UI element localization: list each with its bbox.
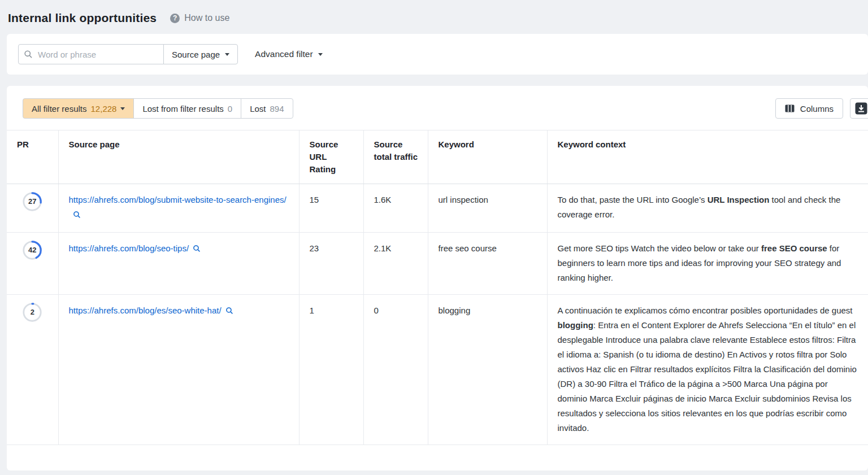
keyword-value: free seo course: [439, 243, 497, 253]
page-rating-badge: 42: [21, 239, 43, 261]
page-title: Internal link opportunities: [8, 11, 157, 25]
how-to-use-link[interactable]: ? How to use: [170, 13, 229, 23]
tab-count: 12,228: [91, 104, 117, 114]
keyword-context-text: To do that, paste the URL into Google’s …: [558, 193, 860, 222]
page-rating-badge: 27: [21, 191, 43, 212]
keyword-context-text: Get more SEO tips Watch the video below …: [558, 241, 860, 285]
tab-lost[interactable]: Lost 894: [241, 98, 293, 119]
page-rating-value: 2: [21, 302, 43, 323]
page-rating-value: 42: [21, 239, 43, 261]
columns-button[interactable]: Columns: [775, 98, 843, 119]
page-rating-value: 27: [21, 191, 43, 212]
filter-results-tabs: All filter results 12,228 Lost from filt…: [23, 98, 293, 119]
advanced-filter-label: Advanced filter: [255, 49, 313, 59]
results-panel: All filter results 12,228 Lost from filt…: [7, 86, 868, 470]
results-toolbar: All filter results 12,228 Lost from filt…: [7, 98, 868, 130]
chevron-down-icon: [225, 53, 229, 56]
col-header-keyword: Keyword: [428, 130, 547, 184]
question-icon: ?: [170, 14, 180, 23]
columns-label: Columns: [800, 104, 834, 114]
tab-label: Lost from filter results: [142, 104, 223, 114]
source-total-traffic-value: 0: [374, 306, 379, 315]
tab-count: 894: [270, 104, 284, 114]
col-header-source-total-traffic: Source total traffic: [363, 130, 428, 184]
chevron-down-icon: [120, 107, 125, 110]
col-header-pr: PR: [7, 130, 58, 184]
opportunities-table: PR Source page Source URL Rating Source …: [7, 130, 868, 445]
search-icon: [24, 50, 33, 59]
table-header-row: PR Source page Source URL Rating Source …: [7, 130, 868, 184]
tab-all-filter-results[interactable]: All filter results 12,228: [23, 98, 134, 119]
table-row: 42 https://ahrefs.com/blog/seo-tips/ 23 …: [7, 233, 868, 295]
inspect-magnifier-icon[interactable]: [193, 242, 201, 257]
col-header-source-url-rating: Source URL Rating: [299, 130, 363, 184]
inspect-magnifier-icon[interactable]: [225, 304, 233, 319]
table-row: 2 https://ahrefs.com/blog/es/seo-white-h…: [7, 295, 868, 445]
source-page-link[interactable]: https://ahrefs.com/blog/es/seo-white-hat…: [69, 306, 222, 315]
source-url-rating-value: 1: [310, 306, 314, 315]
keyword-value: blogging: [439, 306, 471, 315]
export-button[interactable]: [850, 98, 868, 119]
advanced-filter-dropdown[interactable]: Advanced filter: [255, 49, 323, 59]
col-header-source-page: Source page: [58, 130, 299, 184]
page-header: Internal link opportunities ? How to use: [0, 0, 868, 34]
search-input[interactable]: [18, 44, 164, 64]
source-page-link[interactable]: https://ahrefs.com/blog/submit-website-t…: [69, 195, 287, 204]
inspect-magnifier-icon[interactable]: [73, 208, 81, 223]
keyword-value: url inspection: [439, 195, 488, 204]
chevron-down-icon: [318, 53, 323, 56]
tab-count: 0: [228, 104, 232, 114]
source-url-rating-value: 23: [310, 243, 319, 253]
source-total-traffic-value: 1.6K: [374, 195, 392, 204]
tab-label: Lost: [250, 104, 266, 114]
how-to-use-label: How to use: [184, 13, 229, 23]
source-page-link[interactable]: https://ahrefs.com/blog/seo-tips/: [69, 243, 189, 253]
tab-label: All filter results: [32, 104, 87, 114]
source-url-rating-value: 15: [310, 195, 319, 204]
search-box: Source page: [18, 44, 238, 64]
filter-bar: Source page Advanced filter: [7, 34, 868, 75]
tab-lost-from-filter-results[interactable]: Lost from filter results 0: [133, 98, 241, 119]
keyword-context-text: A continuación te explicamos cómo encont…: [558, 303, 860, 435]
table-row: 27 https://ahrefs.com/blog/submit-websit…: [7, 184, 868, 233]
table-body: 27 https://ahrefs.com/blog/submit-websit…: [7, 184, 868, 445]
source-total-traffic-value: 2.1K: [374, 243, 392, 253]
col-header-keyword-context: Keyword context: [547, 130, 868, 184]
search-scope-dropdown[interactable]: Source page: [163, 44, 238, 64]
page-rating-badge: 2: [21, 302, 43, 323]
export-icon: [855, 102, 867, 115]
search-scope-label: Source page: [172, 50, 220, 59]
columns-icon: [785, 104, 795, 112]
